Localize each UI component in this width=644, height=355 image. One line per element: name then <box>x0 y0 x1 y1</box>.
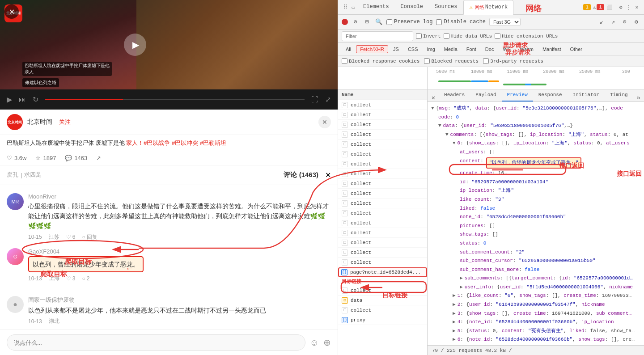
clear-network-icon[interactable]: ⊘ <box>621 18 629 26</box>
import-icon[interactable]: ↙ <box>597 18 606 26</box>
emoji-button2[interactable]: ⊕ <box>323 337 331 348</box>
expand-0[interactable]: ▼ <box>453 139 456 148</box>
tab-initiator[interactable]: Initiator <box>568 89 605 101</box>
tab-response[interactable]: Response <box>533 89 568 101</box>
close-comments-button[interactable]: ✕ <box>318 116 331 128</box>
filter-manifest[interactable]: Manifest <box>538 45 565 53</box>
list-item[interactable]: □collect <box>338 149 427 159</box>
detail-close-button[interactable]: ✕ <box>432 94 435 101</box>
tab-elements[interactable]: Elements <box>358 0 394 15</box>
hide-data-urls-input[interactable] <box>444 33 449 39</box>
close-video-button[interactable]: ✕ <box>4 4 19 19</box>
like-stat[interactable]: ♡ 3.6w <box>7 155 26 161</box>
tab-payload[interactable]: Payload <box>470 89 501 101</box>
play-icon[interactable]: ▶ <box>7 95 12 104</box>
list-item[interactable]: □collect <box>338 238 427 248</box>
preview-content[interactable]: ▼ { msg : "成功" , data : { user_id : "5e3… <box>428 102 644 345</box>
expand-sub-comments[interactable]: ▶ <box>460 275 463 283</box>
tab-console[interactable]: Console <box>395 0 428 15</box>
list-item[interactable]: {}proxy <box>338 315 427 325</box>
sort-label1[interactable]: 戾孔 <box>7 171 18 179</box>
search-icon[interactable]: 🔍 <box>375 18 383 26</box>
reply-action[interactable]: ○ 回复 <box>82 233 97 241</box>
list-item[interactable]: □collect <box>338 130 427 139</box>
filter-css[interactable]: CSS <box>404 45 422 53</box>
tab-preview[interactable]: Preview <box>502 89 533 101</box>
disable-cache-input[interactable] <box>436 19 442 25</box>
invert-checkbox[interactable]: Invert <box>416 33 441 39</box>
emoji-button[interactable]: ☺ <box>310 338 319 348</box>
comments-close-button[interactable]: ✕ <box>325 171 331 179</box>
share-stat[interactable]: ↗ <box>96 155 101 161</box>
devtools-menu-icon[interactable]: ⠿ <box>342 4 349 11</box>
list-item[interactable]: □collect <box>338 305 427 315</box>
expand-4[interactable]: ▶ <box>453 318 456 326</box>
comment-input[interactable] <box>7 334 305 351</box>
list-item[interactable]: □collect <box>338 110 427 120</box>
detail-more-button[interactable]: » <box>633 94 644 101</box>
filter-other[interactable]: Other <box>566 45 586 53</box>
filter-ws[interactable]: WS <box>499 45 515 53</box>
expand-1[interactable]: ▶ <box>453 292 456 300</box>
list-item[interactable]: □collect <box>338 100 427 110</box>
clear-button[interactable]: ⊘ <box>352 18 360 26</box>
tab-sources[interactable]: Sources <box>429 0 462 15</box>
third-party-checkbox[interactable]: 3rd-party requests <box>483 58 543 64</box>
list-item[interactable]: □collect <box>338 120 427 130</box>
expand-user-info[interactable]: ▶ <box>460 283 463 292</box>
active-request-item[interactable]: {} page?note_id=6528dcd4... <box>338 267 427 277</box>
comments-list[interactable]: MR MoonRiver 心里很痛很痛，眼泪止不住的流。他们这是做错了什么事竟要… <box>0 185 338 330</box>
fullscreen-icon[interactable]: ⛶ <box>311 96 318 104</box>
filter-wasm[interactable]: Wasm <box>516 45 538 53</box>
blocked-cookies-checkbox[interactable]: Blocked response cookies <box>342 58 419 64</box>
device-toggle-icon[interactable]: ▭ <box>350 4 357 11</box>
filter-media[interactable]: Media <box>440 45 462 53</box>
filter-input[interactable] <box>342 31 413 41</box>
filter-js[interactable]: JS <box>389 45 403 53</box>
refresh-icon[interactable]: ↻ <box>33 95 38 104</box>
comment-stat[interactable]: 💬 1463 <box>65 155 87 161</box>
tab-timing[interactable]: Timing <box>605 89 633 101</box>
filter-fetch-xhr[interactable]: Fetch/XHR <box>356 45 388 53</box>
request-list[interactable]: Name □collect □collect □collect □collect… <box>338 89 428 355</box>
tab-network[interactable]: ⚠ 网络 Network <box>463 0 513 15</box>
list-item[interactable]: □collect <box>338 139 427 149</box>
list-item[interactable]: □collect <box>338 199 427 208</box>
list-item[interactable]: □collect <box>338 218 427 228</box>
blocked-requests-input[interactable] <box>424 58 430 64</box>
hide-ext-urls-input[interactable] <box>495 33 500 39</box>
export-icon[interactable]: ↗ <box>609 18 617 26</box>
filter-icon[interactable]: ⊟ <box>363 18 371 26</box>
list-item[interactable]: □collect <box>338 208 427 218</box>
expand-comments[interactable]: ▼ <box>445 131 449 139</box>
list-item[interactable]: □collect <box>338 258 427 267</box>
sort-label2[interactable]: 求四足 <box>24 171 42 179</box>
blocked-cookies-input[interactable] <box>342 58 347 64</box>
list-item[interactable]: □collect <box>338 159 427 169</box>
throttle-select[interactable]: Fast 3G <box>489 18 521 26</box>
list-item[interactable]: □collect <box>338 179 427 189</box>
list-item[interactable]: □collect <box>338 228 427 238</box>
reply-action[interactable]: ○ 2 <box>82 275 89 282</box>
tab-headers[interactable]: Headers <box>439 89 470 101</box>
disable-cache-checkbox[interactable]: Disable cache <box>436 19 486 25</box>
third-party-input[interactable] <box>483 58 489 64</box>
star-stat[interactable]: ☆ 1897 <box>35 155 56 161</box>
expand-root[interactable]: ▼ <box>431 105 434 113</box>
more-options-icon[interactable]: ⋮ <box>625 4 632 11</box>
preserve-log-input[interactable] <box>386 19 392 25</box>
play-button[interactable] <box>124 34 146 56</box>
progress-bar[interactable] <box>45 99 305 100</box>
list-item[interactable]: □collect <box>338 248 427 258</box>
list-item[interactable]: □collect <box>338 189 427 199</box>
close-devtools-button[interactable]: ✕ <box>633 4 640 11</box>
blocked-requests-checkbox[interactable]: Blocked requests <box>424 58 479 64</box>
like-action[interactable]: ♡ 6 <box>66 233 76 241</box>
follow-button[interactable]: 关注 <box>59 118 71 126</box>
expand-5[interactable]: ▶ <box>453 327 456 335</box>
settings-icon[interactable]: ⚙ <box>617 4 624 11</box>
expand-data[interactable]: ▼ <box>438 122 441 130</box>
hide-ext-urls-checkbox[interactable]: Hide extension URLs <box>495 33 558 39</box>
expand-icon[interactable]: ⤢ <box>325 95 331 104</box>
list-item[interactable]: □collect <box>338 169 427 179</box>
